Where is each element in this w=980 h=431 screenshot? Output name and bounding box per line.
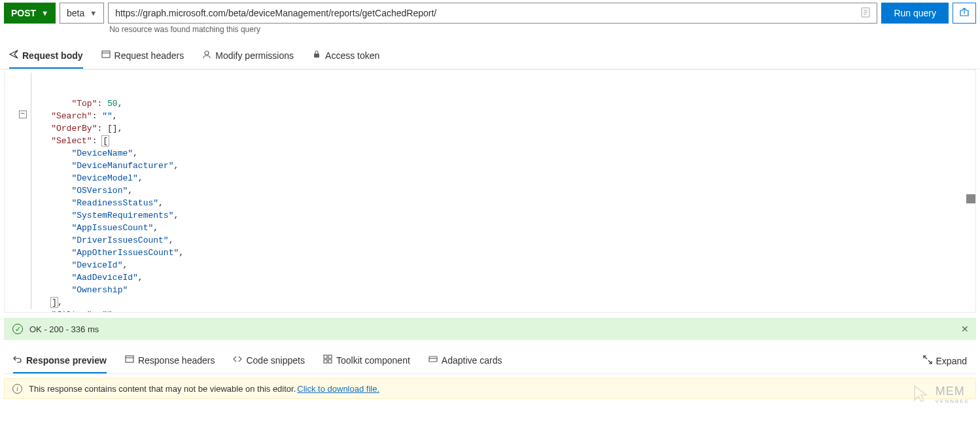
headers-icon <box>101 50 111 61</box>
minimap-thumb[interactable] <box>966 194 975 203</box>
chevron-down-icon: ▼ <box>90 9 97 17</box>
tab-request-headers[interactable]: Request headers <box>101 50 184 69</box>
headers-icon <box>125 354 134 366</box>
watermark-bottom: VENNBEE <box>936 398 970 404</box>
cards-icon <box>429 354 438 366</box>
svg-rect-10 <box>324 355 327 358</box>
request-body-editor[interactable]: "Top": 50, "Search": "", "OrderBy": [], … <box>4 69 976 313</box>
tab-label: Request body <box>22 50 83 61</box>
share-button[interactable] <box>953 3 976 24</box>
chevron-down-icon: ▼ <box>41 9 48 17</box>
info-icon: i <box>12 384 22 394</box>
warning-text: This response contains content that may … <box>29 384 296 394</box>
response-tabs: Response preview Response headers Code s… <box>4 345 976 374</box>
tab-label: Modify permissions <box>215 50 294 61</box>
tab-adaptive-cards[interactable]: Adaptive cards <box>429 354 502 373</box>
tab-label: Response preview <box>26 355 107 366</box>
svg-point-6 <box>205 51 209 55</box>
download-link[interactable]: Click to download file. <box>297 384 379 394</box>
tab-request-body[interactable]: Request body <box>9 50 83 69</box>
close-icon[interactable]: ✕ <box>961 324 969 334</box>
undo-icon <box>13 354 22 366</box>
url-hint-text: No resource was found matching this quer… <box>108 24 877 34</box>
http-method-label: POST <box>11 8 36 18</box>
tab-response-preview[interactable]: Response preview <box>13 354 107 373</box>
expand-button[interactable]: Expand <box>923 355 967 373</box>
svg-rect-11 <box>328 355 332 358</box>
svg-rect-4 <box>102 51 110 58</box>
request-tabs: Request body Request headers Modify perm… <box>0 42 980 69</box>
share-icon <box>959 8 970 18</box>
tab-label: Toolkit component <box>336 355 410 366</box>
svg-rect-13 <box>328 360 332 363</box>
tab-code-snippets[interactable]: Code snippets <box>233 354 305 373</box>
success-icon: ✓ <box>12 324 23 334</box>
request-url-input[interactable] <box>109 3 854 23</box>
svg-rect-14 <box>429 356 437 362</box>
warning-bar: i This response contains content that ma… <box>4 378 976 399</box>
svg-rect-7 <box>314 54 319 58</box>
status-text: OK - 200 - 336 ms <box>29 324 99 334</box>
tab-label: Adaptive cards <box>442 355 502 366</box>
status-bar: ✓ OK - 200 - 336 ms ✕ <box>4 318 976 340</box>
code-content[interactable]: "Top": 50, "Search": "", "OrderBy": [], … <box>31 70 975 312</box>
tab-label: Request headers <box>114 50 184 61</box>
expand-icon <box>923 355 932 366</box>
tab-toolkit-component[interactable]: Toolkit component <box>323 354 410 373</box>
svg-rect-8 <box>126 356 133 362</box>
expand-label: Expand <box>936 356 967 366</box>
tab-label: Access token <box>325 50 379 61</box>
http-method-select[interactable]: POST ▼ <box>4 3 56 24</box>
api-version-select[interactable]: beta ▼ <box>60 3 104 24</box>
svg-rect-12 <box>324 360 327 363</box>
request-url-box <box>108 3 877 24</box>
document-icon <box>854 7 877 20</box>
send-icon <box>9 50 18 61</box>
toolkit-icon <box>323 354 332 366</box>
tab-access-token[interactable]: Access token <box>312 50 379 69</box>
tab-label: Response headers <box>138 355 215 366</box>
permissions-icon <box>202 50 211 61</box>
code-icon <box>233 354 242 366</box>
editor-gutter <box>5 70 31 312</box>
fold-toggle[interactable] <box>19 111 27 118</box>
api-version-label: beta <box>67 8 84 18</box>
tab-response-headers[interactable]: Response headers <box>125 354 215 373</box>
tab-label: Code snippets <box>246 355 305 366</box>
run-query-button[interactable]: Run query <box>881 3 949 24</box>
lock-icon <box>312 50 321 61</box>
tab-modify-permissions[interactable]: Modify permissions <box>202 50 294 69</box>
